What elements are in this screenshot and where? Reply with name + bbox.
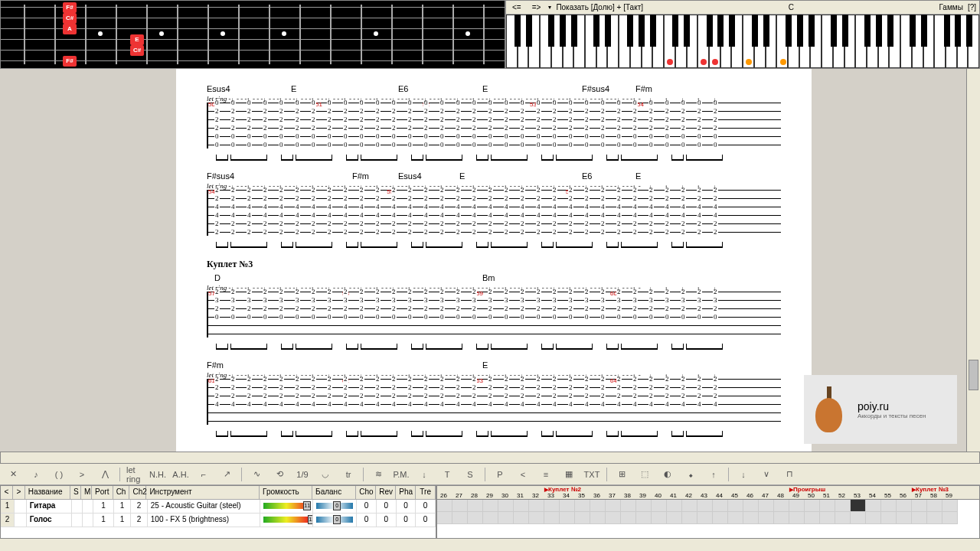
timeline-cell[interactable]: [774, 500, 789, 512]
tab-system[interactable]: Куплет №3DBmlet ring - - - - - - - - - -…: [207, 259, 781, 337]
fretboard-panel[interactable]: F#C#AEC#F#: [0, 0, 505, 69]
timeline-cell[interactable]: [621, 512, 636, 524]
track-pha[interactable]: 0: [397, 500, 416, 513]
toolbar-button[interactable]: ↓: [416, 466, 433, 483]
timeline-cell[interactable]: [805, 500, 820, 512]
toolbar-button[interactable]: ≋: [370, 466, 387, 483]
mute-toggle[interactable]: [83, 500, 93, 513]
timeline-cell[interactable]: [606, 500, 621, 512]
timeline-cell[interactable]: [468, 512, 483, 524]
timeline-cell[interactable]: [881, 512, 897, 524]
track-ch[interactable]: 1: [114, 500, 131, 513]
track-tre[interactable]: 0: [416, 500, 436, 513]
track-volume[interactable]: 13: [260, 514, 313, 527]
toolbar-button[interactable]: ⬚: [636, 466, 653, 483]
timeline-cell[interactable]: [606, 512, 621, 524]
timeline-cell[interactable]: [529, 500, 544, 512]
toolbar-button[interactable]: tr: [340, 466, 357, 483]
mute-toggle[interactable]: [83, 514, 93, 527]
timeline-cell[interactable]: [498, 500, 514, 512]
track-ch2[interactable]: 2: [131, 514, 148, 527]
horizontal-scrollbar[interactable]: [0, 452, 980, 464]
toolbar-button[interactable]: S: [462, 466, 479, 483]
timeline-cell[interactable]: [789, 512, 805, 524]
timeline-cell[interactable]: [851, 512, 866, 524]
toolbar-button[interactable]: P.M.: [393, 466, 410, 483]
track-tre[interactable]: 0: [416, 514, 436, 527]
timeline-cell[interactable]: [514, 500, 529, 512]
track-next-button[interactable]: >: [13, 486, 25, 499]
timeline-cell[interactable]: [452, 512, 468, 524]
timeline-cell[interactable]: [713, 500, 728, 512]
kb-dropdown-icon[interactable]: ▾: [548, 4, 551, 11]
toolbar-button[interactable]: ⊞: [613, 466, 630, 483]
timeline-cell[interactable]: [437, 500, 452, 512]
tab-system[interactable]: F#mElet ring - - - - - - - - - - - - - -…: [207, 360, 781, 425]
toolbar-button[interactable]: ↗: [218, 466, 235, 483]
timeline-cell[interactable]: [575, 500, 590, 512]
timeline-cell[interactable]: [452, 500, 468, 512]
timeline-cell[interactable]: [667, 512, 682, 524]
toolbar-button[interactable]: N.H.: [149, 466, 166, 483]
toolbar-button[interactable]: ⟲: [271, 466, 288, 483]
timeline-cell[interactable]: [866, 500, 881, 512]
timeline-cell[interactable]: [743, 500, 759, 512]
timeline-cell[interactable]: [820, 512, 835, 524]
timeline-cell[interactable]: [652, 500, 667, 512]
timeline-cell[interactable]: [621, 500, 636, 512]
track-rev[interactable]: 0: [377, 514, 397, 527]
track-ch2[interactable]: 2: [131, 500, 148, 513]
toolbar-button[interactable]: ≡: [537, 466, 554, 483]
vertical-scrollbar[interactable]: [966, 69, 980, 452]
piano-keyboard[interactable]: [506, 15, 979, 68]
timeline-cell[interactable]: [590, 500, 606, 512]
timeline-cell[interactable]: [560, 512, 575, 524]
timeline-cell[interactable]: [728, 512, 743, 524]
timeline-cell[interactable]: [529, 512, 544, 524]
timeline-cell[interactable]: [881, 500, 897, 512]
toolbar-button[interactable]: ▦: [560, 466, 577, 483]
kb-scales-button[interactable]: Гаммы: [939, 3, 963, 11]
timeline-cell[interactable]: [897, 512, 912, 524]
toolbar-button[interactable]: A.H.: [172, 466, 189, 483]
timeline-cell[interactable]: [927, 512, 942, 524]
timeline-cell[interactable]: [560, 500, 575, 512]
track-row[interactable]: 2 Голос 1 1 2 100 - FX 5 (brightness) 13…: [1, 514, 436, 527]
toolbar-button[interactable]: ◡: [317, 466, 334, 483]
toolbar-button[interactable]: ∿: [248, 466, 265, 483]
toolbar-button[interactable]: ∨: [758, 466, 775, 483]
track-rev[interactable]: 0: [377, 500, 397, 513]
track-cho[interactable]: 0: [357, 500, 377, 513]
timeline-cell[interactable]: [652, 512, 667, 524]
timeline-cell[interactable]: [483, 512, 498, 524]
timeline-cell[interactable]: [835, 500, 851, 512]
track-cho[interactable]: 0: [357, 514, 377, 527]
toolbar-button[interactable]: ✕: [5, 466, 21, 483]
toolbar-button[interactable]: let ring: [126, 466, 143, 483]
toolbar-button[interactable]: ⌐: [195, 466, 212, 483]
toolbar-button[interactable]: 1/9: [294, 466, 311, 483]
track-port[interactable]: 1: [93, 500, 115, 513]
timeline-cell[interactable]: [820, 500, 835, 512]
track-balance[interactable]: 0: [313, 500, 357, 513]
track-name[interactable]: Голос: [27, 514, 72, 527]
kb-prev-button[interactable]: <=: [509, 3, 524, 11]
timeline-cell[interactable]: [866, 512, 881, 524]
timeline[interactable]: Куплет №2ПроигрышКуплет №326272829303132…: [436, 485, 980, 539]
timeline-cell[interactable]: [636, 500, 652, 512]
timeline-cell[interactable]: [437, 512, 452, 524]
track-volume[interactable]: 11: [260, 500, 313, 513]
timeline-cell[interactable]: [942, 512, 958, 524]
track-name[interactable]: Гитара: [27, 500, 72, 513]
toolbar-button[interactable]: >: [74, 466, 90, 483]
timeline-cell[interactable]: [759, 500, 774, 512]
timeline-cell[interactable]: [575, 512, 590, 524]
timeline-cell[interactable]: [942, 500, 958, 512]
timeline-cell[interactable]: [759, 512, 774, 524]
timeline-cell[interactable]: [713, 512, 728, 524]
timeline-cell[interactable]: [927, 500, 942, 512]
timeline-cell[interactable]: [789, 500, 805, 512]
timeline-cell[interactable]: [743, 512, 759, 524]
timeline-cell[interactable]: [682, 512, 697, 524]
kb-next-button[interactable]: =>: [529, 3, 544, 11]
